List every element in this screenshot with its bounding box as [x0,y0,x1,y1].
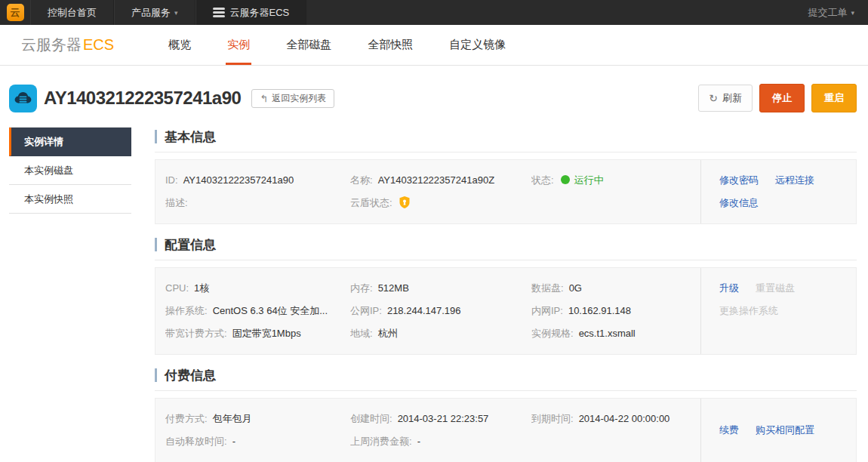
billing-info-actions: 续费购买相同配置 [700,399,856,462]
tab-bar: 概览 实例 全部磁盘 全部快照 自定义镜像 [150,25,524,65]
topbar-spacer [306,0,794,25]
field-created-time: 创建时间:2014-03-21 22:23:57 [350,408,531,430]
config-info-panel: CPU:1核 内存:512MB 数据盘:0G 操作系统:CentOS 6.3 6… [155,267,857,355]
upgrade-link[interactable]: 升级 [719,277,739,300]
tab-overview[interactable]: 概览 [150,25,209,65]
section-billing-info: 付费信息 付费方式:包年包月 创建时间:2014-03-21 22:23:57 … [155,365,857,462]
tab-all-disks[interactable]: 全部磁盘 [268,25,349,65]
chevron-down-icon: ▾ [174,9,178,17]
heading-accent-bar [155,238,157,251]
field-private-ip: 内网IP:10.162.91.148 [531,300,700,322]
field-data-disk: 数据盘:0G [531,277,700,300]
product-title-main: 云服务器 [21,35,82,55]
field-auto-release-time: 自动释放时间:- [165,430,350,453]
billing-info-grid: 付费方式:包年包月 创建时间:2014-03-21 22:23:57 到期时间:… [155,399,700,462]
field-id: ID:AY140321222357241a90 [165,169,350,192]
page-body: 实例详情 本实例磁盘 本实例快照 基本信息 ID:AY1403212223572… [0,127,868,462]
field-memory: 内存:512MB [350,277,531,300]
top-nav-bar: 云 控制台首页 产品服务 ▾ 云服务器ECS 提交工单 ▾ [0,0,868,25]
sidebar-item-instance-details[interactable]: 实例详情 [9,128,131,156]
section-divider [155,390,857,391]
billing-info-panel: 付费方式:包年包月 创建时间:2014-03-21 22:23:57 到期时间:… [155,398,857,462]
nav-products-menu[interactable]: 产品服务 ▾ [114,0,195,25]
field-cloud-shield-status: 云盾状态: [350,192,531,214]
basic-info-actions: 修改密码远程连接 修改信息 [700,160,856,223]
heading-accent-bar [155,368,157,382]
basic-info-heading: 基本信息 [155,127,857,146]
field-pay-type: 付费方式:包年包月 [165,408,350,430]
status-running-dot [561,175,570,184]
section-basic-info: 基本信息 ID:AY140321222357241a90 名称:AY140321… [155,127,857,224]
nav-console-home[interactable]: 控制台首页 [30,0,114,25]
refresh-icon: ↻ [709,92,718,104]
chevron-down-icon: ▾ [851,9,854,17]
buy-same-config-link[interactable]: 购买相同配置 [756,419,814,442]
submit-ticket-label: 提交工单 [808,6,847,20]
nav-ecs-label: 云服务器ECS [230,6,290,20]
sidebar: 实例详情 本实例磁盘 本实例快照 [9,127,131,214]
restart-button[interactable]: 重启 [811,84,857,112]
stop-button[interactable]: 停止 [759,84,805,112]
sidebar-item-instance-snapshots[interactable]: 本实例快照 [9,185,131,214]
billing-info-heading: 付费信息 [155,365,857,385]
change-password-link[interactable]: 修改密码 [719,169,759,192]
cloud-logo-icon: 云 [7,4,24,21]
submit-ticket-menu[interactable]: 提交工单 ▾ [794,0,868,25]
nav-console-home-label: 控制台首页 [48,6,97,20]
tab-custom-images[interactable]: 自定义镜像 [431,25,524,65]
field-expire-time: 到期时间:2014-04-22 00:00:00 [531,408,700,430]
cloud-shield-icon [399,196,410,208]
basic-info-grid: ID:AY140321222357241a90 名称:AY14032122235… [155,160,700,223]
renew-link[interactable]: 续费 [719,419,739,442]
config-info-grid: CPU:1核 内存:512MB 数据盘:0G 操作系统:CentOS 6.3 6… [155,268,700,354]
instance-header: AY140321222357241a90 ↰ 返回实例列表 ↻ 刷新 停止 重启 [9,83,857,113]
tab-all-snapshots[interactable]: 全部快照 [349,25,431,65]
empty-cell [531,430,700,453]
aliyun-logo[interactable]: 云 [0,0,30,25]
sidebar-item-instance-disks[interactable]: 本实例磁盘 [9,156,131,185]
refresh-button[interactable]: ↻ 刷新 [698,85,753,112]
modify-info-link[interactable]: 修改信息 [719,192,759,214]
heading-accent-bar [155,130,157,143]
field-region: 地域:杭州 [350,322,531,345]
field-last-week-spend: 上周消费金额:- [350,430,531,453]
field-cpu: CPU:1核 [165,277,350,300]
nav-current-product-ecs[interactable]: 云服务器ECS [195,0,307,25]
config-info-heading: 配置信息 [155,235,857,254]
section-divider [155,152,857,152]
basic-info-panel: ID:AY140321222357241a90 名称:AY14032122235… [155,159,857,224]
change-os-link: 更换操作系统 [719,300,778,322]
empty-cell [531,192,700,214]
reset-disk-link: 重置磁盘 [756,277,795,300]
field-instance-spec: 实例规格:ecs.t1.xsmall [531,322,700,345]
config-info-actions: 升级重置磁盘 更换操作系统 [700,268,856,354]
product-header-bar: 云服务器 ECS 概览 实例 全部磁盘 全部快照 自定义镜像 [0,25,868,66]
section-divider [155,260,857,260]
field-name: 名称:AY140321222357241a90Z [350,169,531,192]
product-title-accent: ECS [83,36,114,54]
field-bandwidth-billing: 带宽计费方式:固定带宽1Mbps [165,322,350,345]
main-content: 基本信息 ID:AY140321222357241a90 名称:AY140321… [155,127,857,462]
server-stack-icon [213,8,225,17]
instance-cloud-server-icon [9,85,37,112]
section-config-info: 配置信息 CPU:1核 内存:512MB 数据盘:0G 操作系统:CentOS … [155,235,857,355]
product-title: 云服务器 ECS [21,25,114,65]
field-public-ip: 公网IP:218.244.147.196 [350,300,531,322]
status-text: 运行中 [574,174,604,186]
return-arrow-icon: ↰ [260,93,268,104]
remote-connect-link[interactable]: 远程连接 [775,169,814,192]
back-to-instance-list-button[interactable]: ↰ 返回实例列表 [251,89,334,108]
field-description: 描述: [165,192,350,214]
nav-products-label: 产品服务 [131,6,171,20]
field-os: 操作系统:CentOS 6.3 64位 安全加... [165,300,350,322]
tab-instances[interactable]: 实例 [209,25,268,65]
instance-title: AY140321222357241a90 [44,88,241,109]
field-status: 状态:运行中 [531,169,700,192]
